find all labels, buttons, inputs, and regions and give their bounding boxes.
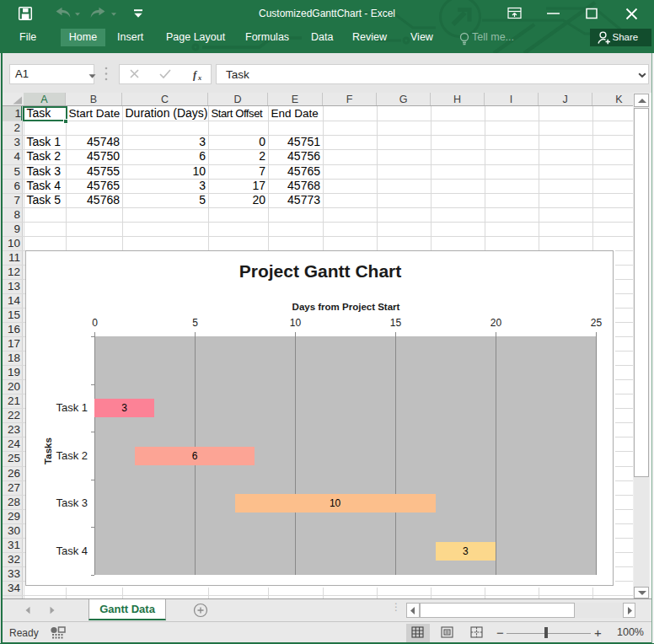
svg-text:x: x bbox=[197, 73, 202, 82]
